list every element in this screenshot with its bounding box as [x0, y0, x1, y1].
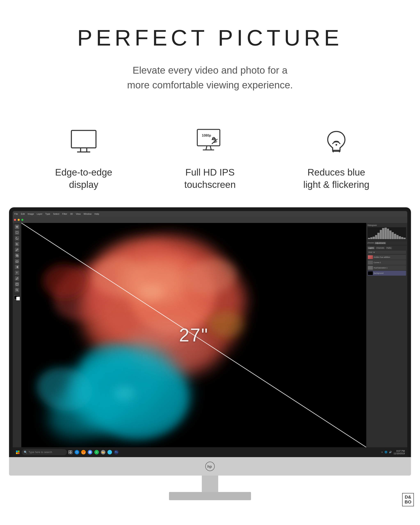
lightbulb-icon: [320, 125, 353, 158]
svg-rect-55: [71, 450, 72, 452]
stand-base: [169, 492, 251, 500]
ps-layer-kind-label: Kind: [369, 251, 372, 253]
monitor-stand: [6, 476, 414, 513]
hist-bar: [368, 238, 370, 239]
ps-tool-zoom[interactable]: [15, 288, 19, 292]
ps-layers-tab[interactable]: Layers: [367, 246, 375, 249]
ps-menu-layer: Layer: [37, 213, 42, 215]
svg-point-48: [114, 386, 136, 401]
ps-layer-name: Curves 1: [374, 262, 381, 263]
monitor-bottom-bezel: hp: [9, 457, 411, 476]
svg-rect-22: [16, 283, 18, 285]
ps-menu-filter: Filter: [62, 213, 67, 215]
svg-point-47: [138, 283, 164, 300]
taskbar-sound-icon[interactable]: 🔊: [389, 451, 392, 453]
svg-rect-52: [16, 452, 18, 454]
ps-menu-help: Help: [94, 213, 99, 215]
ps-layer-item[interactable]: Curves 1: [367, 260, 406, 265]
hist-bar: [403, 238, 406, 239]
ps-tool-clone[interactable]: [15, 253, 19, 258]
ps-layer-item[interactable]: Hue/Saturation 1: [367, 265, 406, 270]
ps-tool-pen[interactable]: [15, 276, 19, 281]
svg-point-33: [93, 257, 144, 296]
ps-tool-eraser[interactable]: [15, 259, 19, 263]
ps-menu-file: File: [14, 213, 18, 215]
monitor-icon: [67, 125, 100, 158]
ps-maximize-dot[interactable]: [21, 219, 23, 221]
svg-line-10: [210, 146, 211, 150]
touchscreen-icon: 1080p: [194, 125, 226, 158]
ps-interface: File Edit Image Layer Type Select Filter…: [13, 211, 407, 457]
ps-menu-image: Image: [28, 213, 34, 215]
stand-neck: [202, 476, 218, 492]
ps-tool-shape[interactable]: [15, 282, 19, 287]
ps-tool-select[interactable]: [15, 230, 19, 235]
taskbar-spotify-icon[interactable]: [94, 450, 99, 454]
hist-bar: [377, 233, 380, 239]
ps-tool-text[interactable]: T: [15, 271, 19, 275]
ps-tool-move[interactable]: [15, 225, 19, 229]
taskbar-firefox-icon[interactable]: 🦊: [81, 450, 86, 454]
svg-line-24: [18, 291, 18, 291]
monitor-bezel: File Edit Image Layer Type Select Filter…: [9, 207, 411, 457]
svg-rect-54: [69, 450, 70, 452]
feature-label-hd: Full HD IPS touchscreen: [184, 166, 236, 191]
taskbar-ps-icon[interactable]: Ps: [114, 450, 119, 454]
ps-menubar: File Edit Image Layer Type Select Filter…: [13, 211, 407, 217]
ps-menu-3d: 3D: [70, 213, 73, 215]
taskbar-taskview-button[interactable]: [68, 450, 73, 454]
taskbar-store-icon[interactable]: [107, 450, 112, 454]
ps-tool-crop[interactable]: [15, 242, 19, 246]
hist-bar: [394, 234, 396, 239]
ps-menu-edit: Edit: [21, 213, 25, 215]
taskbar-folder-icon[interactable]: [101, 450, 105, 454]
svg-line-9: [206, 146, 207, 150]
page-title: PERFECT PICTURE: [41, 25, 379, 51]
taskbar-network-icon[interactable]: 🌐: [384, 451, 387, 453]
ps-channels-tab[interactable]: Channels: [375, 246, 385, 249]
monitor-section: File Edit Image Layer Type Select Filter…: [0, 207, 420, 513]
taskbar-search-bar[interactable]: 🔍 Type here to search: [22, 449, 67, 455]
hist-bar: [382, 228, 384, 239]
svg-rect-56: [69, 452, 70, 454]
ps-menu-view: View: [76, 213, 81, 215]
ps-libraries-tab[interactable]: Libraries: [367, 242, 374, 244]
ps-layer-thumb: [368, 261, 373, 264]
ps-canvas-area: 27": [21, 223, 366, 447]
svg-rect-57: [71, 452, 72, 454]
ps-minimize-dot[interactable]: [18, 219, 20, 221]
ps-adjustments-tab[interactable]: Adjustments: [375, 242, 386, 244]
svg-rect-19: [16, 261, 18, 262]
subtitle: Elevate every video and photo for a more…: [118, 63, 302, 93]
ps-tool-lasso[interactable]: [15, 236, 19, 241]
ps-layer-thumb: [368, 255, 373, 259]
ps-close-dot[interactable]: [14, 219, 16, 221]
svg-point-36: [209, 311, 243, 337]
ps-layer-item-active[interactable]: Background: [367, 271, 406, 276]
ps-tool-gradient[interactable]: [15, 265, 19, 269]
feature-full-hd: 1080p Full HD IPS touchscreen: [147, 125, 273, 191]
hist-bar: [373, 237, 375, 239]
search-icon: 🔍: [24, 450, 27, 454]
ps-tool-brush[interactable]: [15, 248, 19, 252]
svg-rect-53: [18, 452, 19, 454]
ps-menu-select: Select: [53, 213, 59, 215]
ps-paths-tab[interactable]: Paths: [386, 246, 392, 249]
taskbar-start-button[interactable]: [15, 450, 20, 455]
ps-left-tools: T: [13, 223, 21, 447]
svg-point-45: [43, 264, 86, 298]
ps-layer-item[interactable]: Golden hue addition: [367, 255, 406, 260]
taskbar-time: 8:07 PM: [393, 450, 405, 452]
taskbar-date: 11/10/2019: [393, 452, 405, 455]
hist-bar: [370, 237, 373, 239]
hist-bar: [392, 232, 394, 239]
features-section: Edge-to-edge display 1080p: [0, 109, 420, 207]
svg-rect-16: [16, 232, 18, 234]
svg-rect-4: [197, 129, 220, 146]
taskbar-right-area: ∧ 🌐 🔊 8:07 PM 11/10/2019: [381, 450, 405, 455]
taskbar-chrome-icon[interactable]: [88, 450, 92, 454]
taskbar-edge-icon[interactable]: [75, 450, 79, 454]
dbo-badge: D& BO: [402, 493, 414, 506]
ps-menu-type: Type: [45, 213, 50, 215]
ps-toolbar-row: [13, 217, 407, 223]
